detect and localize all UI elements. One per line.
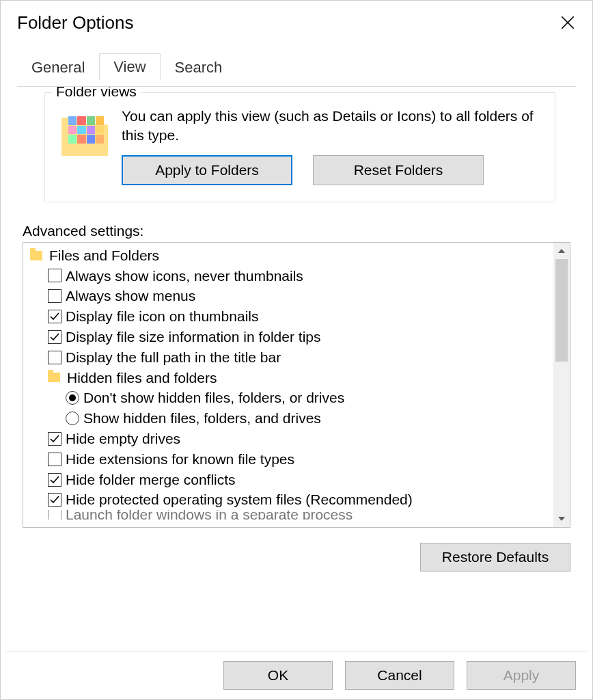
scrollbar[interactable] [553,243,570,527]
list-item[interactable]: Don't show hidden files, folders, or dri… [27,388,553,408]
ok-button[interactable]: OK [223,661,333,690]
list-item[interactable]: Hide protected operating system files (R… [27,489,553,510]
dialog-footer: OK Cancel Apply [223,661,576,690]
tab-view[interactable]: View [99,53,160,81]
list-header: Files and Folders [27,245,553,266]
item-label: Display file icon on thumbnails [66,306,258,327]
scroll-track[interactable] [553,259,570,511]
scroll-up-arrow[interactable] [553,243,570,259]
checkbox[interactable] [48,432,61,446]
apply-button[interactable]: Apply [467,661,576,690]
list-header-label: Files and Folders [49,245,159,266]
list-item[interactable]: Display file size information in folder … [27,327,553,347]
checkbox[interactable] [48,310,61,323]
checkbox[interactable] [48,473,61,487]
tab-general[interactable]: General [17,54,99,81]
list-item[interactable]: Hide extensions for known file types [27,449,553,470]
list-item[interactable]: Display the full path in the title bar [27,347,553,368]
chevron-up-icon [558,249,565,253]
list-item[interactable]: Hide empty drives [27,429,553,449]
item-label: Hide empty drives [66,429,180,449]
item-label: Always show icons, never thumbnails [66,266,303,286]
checkbox[interactable] [48,493,61,507]
item-label: Hide extensions for known file types [66,449,294,470]
advanced-settings-box: Files and Folders Always show icons, nev… [23,242,570,528]
folder-views-description: You can apply this view (such as Details… [122,107,538,146]
checkbox[interactable] [48,510,61,520]
item-label: Hide protected operating system files (R… [66,489,413,510]
checkbox[interactable] [48,289,61,303]
restore-defaults-button[interactable]: Restore Defaults [420,543,570,571]
folder-icon [61,115,108,156]
folder-views-group: Folder views You can apply this view (su… [44,92,555,202]
window-title: Folder Options [17,12,134,33]
apply-to-folders-button[interactable]: Apply to Folders [122,155,292,185]
checkbox[interactable] [48,453,61,466]
radio[interactable] [66,412,79,425]
tabs: General View Search [17,53,592,80]
footer-separator [5,651,588,651]
tab-search[interactable]: Search [161,54,237,81]
scroll-down-arrow[interactable] [553,511,570,527]
item-label: Always show menus [66,286,195,306]
advanced-settings-label: Advanced settings: [23,223,576,239]
tab-border [17,86,576,87]
item-label: Hide folder merge conflicts [66,470,236,490]
close-button[interactable] [554,9,581,36]
item-label: Display file size information in folder … [66,327,321,347]
checkbox[interactable] [48,330,61,344]
scroll-thumb[interactable] [555,259,568,362]
item-label: Don't show hidden files, folders, or dri… [83,388,344,408]
list-item[interactable]: Show hidden files, folders, and drives [27,408,553,429]
item-label: Hidden files and folders [67,368,217,388]
list-item[interactable]: Always show icons, never thumbnails [27,266,553,286]
hidden-files-group: Hidden files and folders [27,368,553,388]
tab-content: Folder views You can apply this view (su… [1,92,592,571]
checkbox[interactable] [48,269,61,282]
titlebar: Folder Options [1,1,592,39]
advanced-settings-list: Files and Folders Always show icons, nev… [23,243,553,527]
checkbox[interactable] [48,351,61,364]
folder-options-dialog: Folder Options General View Search Folde… [0,0,593,700]
radio[interactable] [66,391,79,405]
list-item-cutoff[interactable]: Launch folder windows in a separate proc… [27,510,553,520]
list-item[interactable]: Always show menus [27,286,553,306]
item-label: Display the full path in the title bar [66,347,281,368]
chevron-down-icon [558,517,565,521]
reset-folders-button[interactable]: Reset Folders [313,155,484,185]
item-label: Show hidden files, folders, and drives [83,408,321,429]
cancel-button[interactable]: Cancel [345,661,454,690]
folder-icon [30,251,42,260]
list-item[interactable]: Hide folder merge conflicts [27,470,553,490]
close-icon [561,16,575,29]
item-label: Launch folder windows in a separate proc… [66,510,353,520]
list-item[interactable]: Display file icon on thumbnails [27,306,553,327]
folder-icon [48,373,60,382]
